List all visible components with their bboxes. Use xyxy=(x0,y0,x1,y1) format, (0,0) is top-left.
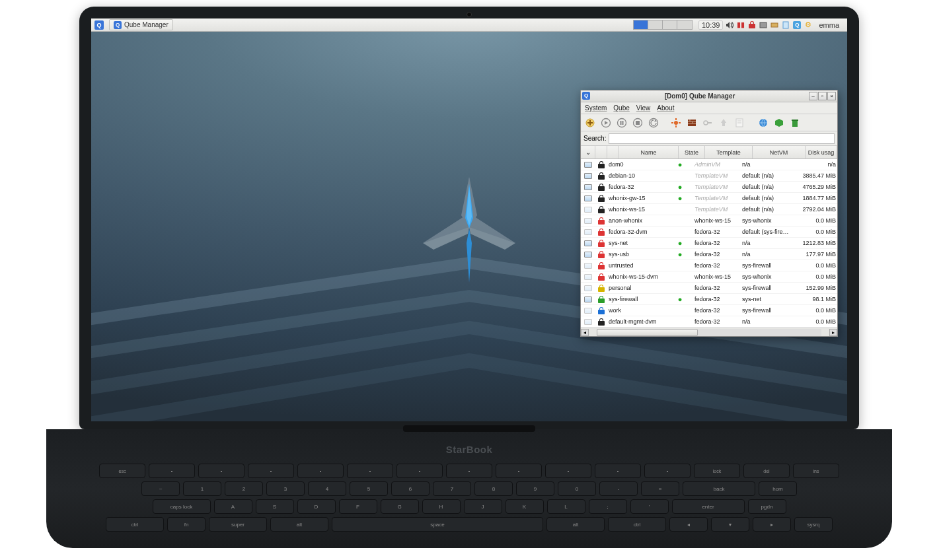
settings-button[interactable] xyxy=(669,116,683,129)
table-row[interactable]: sys-usb●fedora-32n/a177.97 MiB xyxy=(581,249,837,260)
globe-button[interactable] xyxy=(757,116,770,129)
monitor-icon xyxy=(581,263,595,269)
new-qube-button[interactable] xyxy=(583,116,597,129)
qube-netvm: sys-whonix xyxy=(741,273,794,280)
header-icon1[interactable] xyxy=(595,146,607,158)
menu-view[interactable]: View xyxy=(636,104,651,112)
trash-button[interactable] xyxy=(788,116,802,129)
menu-about[interactable]: About xyxy=(657,104,674,112)
workspace-2[interactable] xyxy=(648,20,663,29)
scroll-track[interactable] xyxy=(597,329,821,336)
workspace-4[interactable] xyxy=(677,20,692,29)
qube-disk: 2792.04 MiB xyxy=(794,206,837,213)
table-row[interactable]: whonix-ws-15-dvmwhonix-ws-15sys-whonix0.… xyxy=(581,271,837,283)
table-row[interactable]: debian-10TemplateVMdefault (n/a)3885.47 … xyxy=(581,170,837,182)
table-body: dom0●AdminVMn/an/adebian-10TemplateVMdef… xyxy=(581,159,837,328)
table-row[interactable]: anon-whonixwhonix-ws-15sys-whonix0.0 MiB xyxy=(581,215,837,227)
titlebar[interactable]: Q [Dom0] Qube Manager – ▫ × xyxy=(581,90,837,102)
disk-icon[interactable] xyxy=(759,20,768,30)
keys-button[interactable] xyxy=(701,116,714,129)
svg-rect-8 xyxy=(771,23,778,27)
taskbar-app-button[interactable]: Q Qube Manager xyxy=(109,19,173,30)
lock-icon xyxy=(595,217,607,225)
svg-point-22 xyxy=(674,121,678,125)
table-row[interactable]: personalfedora-32sys-firewall152.99 MiB xyxy=(581,283,837,294)
workspace-switcher[interactable] xyxy=(633,20,693,30)
stop-button[interactable] xyxy=(631,116,644,129)
monitor-icon xyxy=(581,240,595,246)
qube-disk: 177.97 MiB xyxy=(794,251,837,258)
horizontal-scrollbar[interactable]: ◂ ▸ xyxy=(581,328,837,336)
svg-marker-14 xyxy=(605,121,608,125)
scroll-right-arrow[interactable]: ▸ xyxy=(829,329,837,336)
table-row[interactable]: fedora-32-dvmfedora-32default (sys-firew… xyxy=(581,227,837,238)
header-name[interactable]: Name xyxy=(619,146,679,158)
qubes-menu-button[interactable]: Q xyxy=(91,19,107,31)
svg-rect-27 xyxy=(688,120,696,126)
start-button[interactable] xyxy=(599,116,613,129)
svg-rect-12 xyxy=(587,122,593,123)
lock-icon xyxy=(595,273,607,281)
qube-netvm: default (sys-firewall) xyxy=(741,228,794,235)
keyboard: esc•••••••••••lockdelins ~1234567890-=ba… xyxy=(99,464,839,535)
search-input[interactable] xyxy=(609,133,835,144)
qube-netvm: n/a xyxy=(741,240,794,246)
devices-icon[interactable] xyxy=(770,20,779,30)
qubes-logo-star xyxy=(416,177,522,283)
qube-netvm: sys-whonix xyxy=(741,217,794,224)
table-row[interactable]: whonix-gw-15●TemplateVMdefault (n/a)1884… xyxy=(581,193,837,204)
table-row[interactable]: sys-net●fedora-32n/a1212.83 MiB xyxy=(581,238,837,249)
header-disk[interactable]: Disk usag xyxy=(806,146,837,158)
table-row[interactable]: sys-firewall●fedora-32sys-net98.1 MiB xyxy=(581,294,837,305)
qube-disk: 0.0 MiB xyxy=(794,217,837,224)
clipboard-icon[interactable] xyxy=(781,20,790,30)
laptop-frame: Q Q Qube Manager 10:39 xyxy=(79,7,859,548)
volume-icon[interactable] xyxy=(725,20,734,30)
clock[interactable]: 10:39 xyxy=(698,20,724,30)
close-button[interactable]: × xyxy=(827,92,836,100)
workspace-3[interactable] xyxy=(663,20,677,29)
qubes-tray-icon[interactable]: Q xyxy=(792,20,802,30)
menu-system[interactable]: System xyxy=(585,104,607,112)
scroll-thumb[interactable] xyxy=(597,329,698,336)
settings-icon[interactable]: ⚙ xyxy=(804,20,813,30)
firewall-button[interactable] xyxy=(685,116,698,129)
searchbar: Search: xyxy=(581,131,837,146)
restart-button[interactable] xyxy=(647,116,660,129)
qube-name: fedora-32-dvm xyxy=(607,228,667,235)
table-row[interactable]: dom0●AdminVMn/an/a xyxy=(581,159,837,170)
qube-name: debian-10 xyxy=(607,172,667,179)
template-button[interactable] xyxy=(772,116,786,129)
qube-netvm: default (n/a) xyxy=(741,195,794,201)
table-row[interactable]: whonix-ws-15TemplateVMdefault (n/a)2792.… xyxy=(581,204,837,215)
lock-tray-icon[interactable] xyxy=(747,20,757,30)
qube-netvm: sys-firewall xyxy=(741,285,794,291)
minimize-button[interactable]: – xyxy=(809,92,817,100)
table-row[interactable]: untrustedfedora-32sys-firewall0.0 MiB xyxy=(581,260,837,271)
user-label[interactable]: emma xyxy=(815,21,843,29)
header-expand[interactable]: ⌄ xyxy=(581,146,595,158)
lock-icon xyxy=(595,307,607,314)
qube-template: fedora-32 xyxy=(693,262,741,269)
header-state[interactable]: State xyxy=(679,146,705,158)
lock-icon xyxy=(595,251,607,258)
laptop-base: StarBook esc•••••••••••lockdelins ~12345… xyxy=(46,429,892,548)
maximize-button[interactable]: ▫ xyxy=(818,92,827,100)
qube-name: fedora-32 xyxy=(607,184,667,190)
network-icon[interactable]: ▮▮ xyxy=(736,20,745,30)
log-button[interactable] xyxy=(733,116,746,129)
lock-icon xyxy=(595,206,607,213)
update-button[interactable] xyxy=(717,116,730,129)
workspace-1[interactable] xyxy=(634,20,648,29)
monitor-icon xyxy=(581,274,595,280)
pause-button[interactable] xyxy=(615,116,628,129)
header-template[interactable]: Template xyxy=(705,146,753,158)
scroll-left-arrow[interactable]: ◂ xyxy=(581,329,589,336)
header-netvm[interactable]: NetVM xyxy=(753,146,806,158)
menu-qube[interactable]: Qube xyxy=(613,104,629,112)
table-row[interactable]: default-mgmt-dvmfedora-32n/a0.0 MiB xyxy=(581,316,837,328)
header-icon2[interactable] xyxy=(607,146,619,158)
table-row[interactable]: workfedora-32sys-firewall0.0 MiB xyxy=(581,305,837,316)
qube-template: TemplateVM xyxy=(693,184,741,190)
table-row[interactable]: fedora-32●TemplateVMdefault (n/a)4765.29… xyxy=(581,182,837,193)
